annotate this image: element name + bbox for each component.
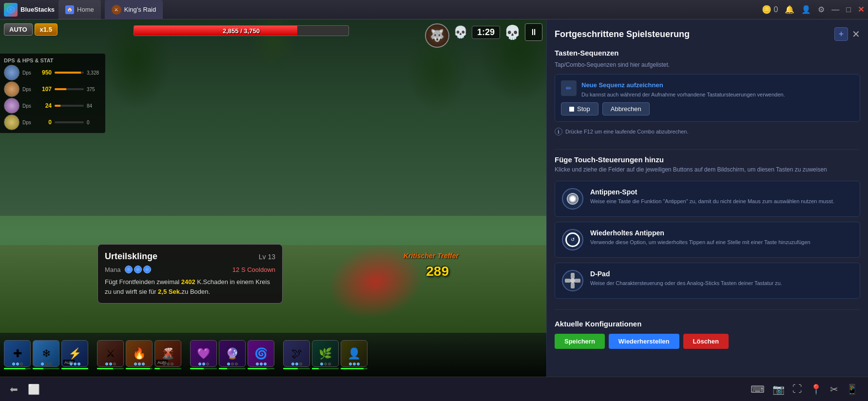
char-skill-group-5: 🔥 <box>126 340 153 369</box>
restore-button[interactable]: Wiederherstellen <box>609 334 679 349</box>
record-icon: ✏ <box>561 80 577 96</box>
tooltip-level: Lv 13 <box>259 253 275 261</box>
auto-button[interactable]: AUTO <box>4 23 33 36</box>
panel-close-button[interactable]: ✕ <box>852 28 860 40</box>
dps-sub-3: 84 <box>87 103 101 109</box>
title-bar: BlueStacks 🏠 Home ⚔ King's Raid 🪙 0 🔔 👤 … <box>0 0 868 19</box>
skill-icon-7[interactable]: 💜 <box>190 340 217 367</box>
dpad-info: D-Pad Weise der Charaktersteuerung oder … <box>590 270 853 287</box>
speed-button[interactable]: x1.5 <box>35 23 58 36</box>
tab-home-label: Home <box>77 6 94 13</box>
svg-marker-1 <box>9 8 13 12</box>
dps-type-4: Dps <box>22 120 34 125</box>
record-text-block: Neue Sequenz aufzeichnen Du kannst auch … <box>581 80 854 98</box>
wiederholtes-card[interactable]: ↺ Wiederholtes Antippen Verwende diese O… <box>555 222 860 258</box>
dps-value-1: 950 <box>37 69 52 76</box>
bluestacks-icon <box>4 3 18 17</box>
maximize-button[interactable]: □ <box>846 5 851 14</box>
skill-icon-2[interactable]: ❄ <box>33 340 59 367</box>
pause-button[interactable]: ⏸ <box>525 23 542 41</box>
dps-row-1: Dps 950 3,328 <box>4 65 101 80</box>
game-icon: ⚔ <box>112 5 121 15</box>
dps-row-4: Dps 0 0 <box>4 115 101 130</box>
divider-1 <box>555 149 860 150</box>
char-skill-group-6: 🌋 Auto <box>154 340 181 369</box>
wiederholtes-desc: Verwende diese Option, um wiederholtes T… <box>590 239 853 246</box>
tasten-sequenzen-desc: Tap/Combo-Sequenzen sind hier aufgeliste… <box>555 61 860 69</box>
device-icon[interactable]: 📱 <box>846 383 858 395</box>
cut-icon[interactable]: ✂ <box>830 383 838 395</box>
char-skill-group-11: 🌿 <box>312 340 339 369</box>
wiederholtes-title: Wiederholtes Antippen <box>590 229 853 237</box>
bluestacks-text: BlueStacks <box>20 6 55 13</box>
char-skill-group-12: 👤 <box>341 340 367 369</box>
skill-icon-12[interactable]: 👤 <box>341 340 367 367</box>
antippen-card[interactable]: Antippen-Spot Weise eine Taste die Funkt… <box>555 181 860 217</box>
skill-icon-11[interactable]: 🌿 <box>312 340 339 367</box>
config-section: Aktuelle Konfigurationen Speichern Wiede… <box>555 320 860 349</box>
xp-bar-4 <box>97 368 124 369</box>
dpad-center <box>570 278 575 283</box>
antippen-icon <box>562 188 583 210</box>
settings-icon[interactable]: ⚙ <box>818 5 825 14</box>
dpad-desc: Weise der Charaktersteuerung oder des An… <box>590 280 853 287</box>
keyboard-icon[interactable]: ⌨ <box>751 383 765 395</box>
user-icon[interactable]: 👤 <box>801 5 811 14</box>
dpad-icon-wrap <box>562 270 583 291</box>
minimize-button[interactable]: — <box>831 5 839 14</box>
save-button[interactable]: Speichern <box>555 334 605 349</box>
home-nav-icon[interactable]: ⬜ <box>28 383 40 395</box>
skill-icon-8[interactable]: 🔮 <box>219 340 246 367</box>
skill-icon-6[interactable]: 🌋 Auto <box>154 340 181 367</box>
skill-tooltip: Urteilsklinge Lv 13 Mana 12 S Cooldown F… <box>97 244 283 304</box>
skill-icon-3[interactable]: ⚡ Auto <box>61 340 88 367</box>
hit-numbers: 289 <box>426 264 449 279</box>
xp-bar-9 <box>248 368 274 369</box>
delete-button[interactable]: Löschen <box>683 334 729 349</box>
dpad-card[interactable]: D-Pad Weise der Charaktersteuerung oder … <box>555 263 860 299</box>
bs-bottom-toolbar: ⬅ ⬜ ⌨ 📷 ⛶ 📍 ✂ 📱 <box>0 377 868 401</box>
close-button[interactable]: ✕ <box>858 5 864 14</box>
antippen-title: Antippen-Spot <box>590 188 853 196</box>
xp-bar-10 <box>283 368 310 369</box>
skill-icon-9[interactable]: 🌀 <box>248 340 274 367</box>
bs-bottom-right: ⌨ 📷 ⛶ 📍 ✂ 📱 <box>751 383 858 395</box>
cancel-button[interactable]: Abbrechen <box>602 102 650 115</box>
back-icon[interactable]: ⬅ <box>10 383 18 395</box>
add-sequence-button[interactable]: + <box>834 27 848 41</box>
bs-bottom-left: ⬅ ⬜ <box>10 383 40 395</box>
skill-icon-5[interactable]: 🔥 <box>126 340 153 367</box>
game-area[interactable]: AUTO x1.5 2,855 / 3,750 🐺 💀 1:29 💀 ⏸ DPS <box>0 19 546 377</box>
char-skill-group-10: 🕊 <box>283 340 310 369</box>
tooltip-highlight2: 2,5 Sek. <box>158 288 181 295</box>
touch-section-title: Füge Touch-Steuerungen hinzu <box>555 155 860 164</box>
tooltip-header: Urteilsklinge Lv 13 <box>105 251 275 262</box>
char-skill-group-2: ❄ <box>33 340 59 369</box>
location-icon[interactable]: 📍 <box>810 383 822 395</box>
bell-icon[interactable]: 🔔 <box>785 5 794 14</box>
dps-sub: & HPS & STAT <box>17 57 54 63</box>
skull-icon-right: 💀 <box>504 24 521 40</box>
auto-controls: AUTO x1.5 <box>4 23 58 36</box>
record-actions: Stop Abbrechen <box>561 102 854 115</box>
neue-sequenz-link[interactable]: Neue Sequenz aufzeichnen <box>581 81 663 89</box>
screenshot-icon[interactable]: 📷 <box>772 383 785 395</box>
skill-icon-1[interactable]: ✚ <box>4 340 31 367</box>
dps-value-2: 107 <box>37 86 52 93</box>
dpad-arm-down <box>571 283 575 288</box>
dps-value-3: 24 <box>37 102 52 109</box>
dpad-icon <box>565 273 580 288</box>
mana-gems <box>125 266 151 273</box>
skill-icon-4[interactable]: ⚔ <box>97 340 124 367</box>
skill-icon-10[interactable]: 🕊 <box>283 340 310 367</box>
stop-button[interactable]: Stop <box>561 102 598 115</box>
xp-bar-2 <box>33 368 59 369</box>
wiederholtes-icon: ↺ <box>565 232 580 247</box>
tab-home[interactable]: 🏠 Home <box>58 0 101 19</box>
char-skill-group-7: 💜 <box>190 340 217 369</box>
fullscreen-icon[interactable]: ⛶ <box>792 383 802 395</box>
record-box: ✏ Neue Sequenz aufzeichnen Du kannst auc… <box>555 74 860 122</box>
dps-label: DPS & HPS & STAT <box>4 56 101 64</box>
tab-kings-raid[interactable]: ⚔ King's Raid <box>105 0 163 19</box>
mana-gem-2 <box>134 266 142 273</box>
